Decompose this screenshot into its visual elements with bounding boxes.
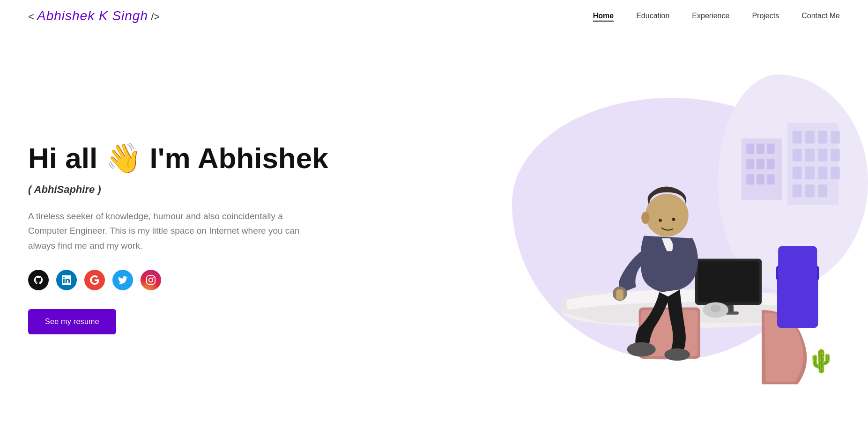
svg-point-38 — [627, 342, 655, 357]
navbar: < Abhishek K Singh /> Home Education Exp… — [0, 0, 868, 32]
svg-rect-13 — [818, 131, 827, 143]
svg-rect-3 — [767, 144, 774, 154]
hero-illustration: 🌵 — [512, 74, 840, 402]
svg-rect-20 — [805, 167, 815, 179]
svg-point-34 — [711, 304, 721, 313]
hero-heading: Hi all 👋 I'm Abhishek — [28, 142, 328, 174]
svg-rect-8 — [757, 174, 764, 185]
nav-link-experience[interactable]: Experience — [692, 12, 729, 20]
nav-link-home[interactable]: Home — [593, 12, 614, 22]
svg-rect-4 — [746, 159, 754, 169]
svg-point-44 — [659, 219, 662, 222]
svg-rect-15 — [793, 148, 802, 161]
google-icon[interactable] — [84, 270, 105, 290]
svg-rect-9 — [767, 174, 774, 185]
svg-rect-37 — [778, 246, 817, 287]
linkedin-icon[interactable] — [56, 270, 77, 290]
nav-link-contact[interactable]: Contact Me — [801, 12, 840, 20]
logo-name: Abhishek K Singh — [37, 8, 148, 23]
nav-link-education[interactable]: Education — [636, 12, 669, 20]
svg-point-39 — [664, 348, 690, 361]
svg-rect-17 — [818, 148, 827, 161]
hero-text: Hi all 👋 I'm Abhishek ( AbhiSaphire ) A … — [28, 142, 328, 334]
svg-rect-6 — [767, 159, 774, 169]
svg-point-45 — [672, 218, 675, 221]
svg-rect-5 — [757, 159, 764, 169]
instagram-icon[interactable] — [141, 270, 161, 290]
svg-rect-14 — [831, 131, 840, 143]
svg-rect-18 — [831, 148, 840, 161]
svg-rect-23 — [793, 185, 802, 197]
nav-item-education[interactable]: Education — [636, 12, 669, 20]
svg-rect-22 — [831, 167, 840, 179]
svg-rect-7 — [746, 174, 754, 185]
twitter-icon[interactable] — [112, 270, 133, 290]
nav-item-projects[interactable]: Projects — [752, 12, 779, 20]
logo-suffix: /> — [148, 11, 160, 22]
svg-rect-12 — [805, 131, 815, 143]
nav-item-contact[interactable]: Contact Me — [801, 12, 840, 20]
hero-alias: ( AbhiSaphire ) — [28, 184, 328, 196]
nav-item-experience[interactable]: Experience — [692, 12, 729, 20]
nav-item-home[interactable]: Home — [593, 12, 614, 20]
svg-rect-24 — [805, 185, 815, 197]
resume-button[interactable]: See my resume — [28, 309, 116, 334]
social-icons — [28, 270, 328, 290]
desk-illustration — [526, 103, 854, 430]
svg-point-43 — [641, 212, 650, 224]
svg-rect-16 — [805, 148, 815, 161]
svg-rect-2 — [757, 144, 764, 154]
svg-rect-30 — [697, 261, 759, 303]
nav-link-projects[interactable]: Projects — [752, 12, 779, 20]
svg-rect-11 — [793, 131, 802, 143]
svg-rect-25 — [818, 185, 827, 197]
svg-rect-19 — [793, 167, 802, 179]
nav-menu: Home Education Experience Projects Conta… — [593, 12, 840, 20]
logo: < Abhishek K Singh /> — [28, 8, 160, 23]
svg-rect-41 — [616, 289, 623, 300]
hero-section: Hi all 👋 I'm Abhishek ( AbhiSaphire ) A … — [0, 32, 868, 435]
svg-rect-21 — [818, 167, 827, 179]
hero-description: A tireless seeker of knowledge, humour a… — [28, 209, 309, 253]
cactus-icon: 🌵 — [807, 348, 835, 374]
logo-prefix: < — [28, 11, 37, 22]
github-icon[interactable] — [28, 270, 49, 290]
svg-rect-1 — [746, 144, 754, 154]
